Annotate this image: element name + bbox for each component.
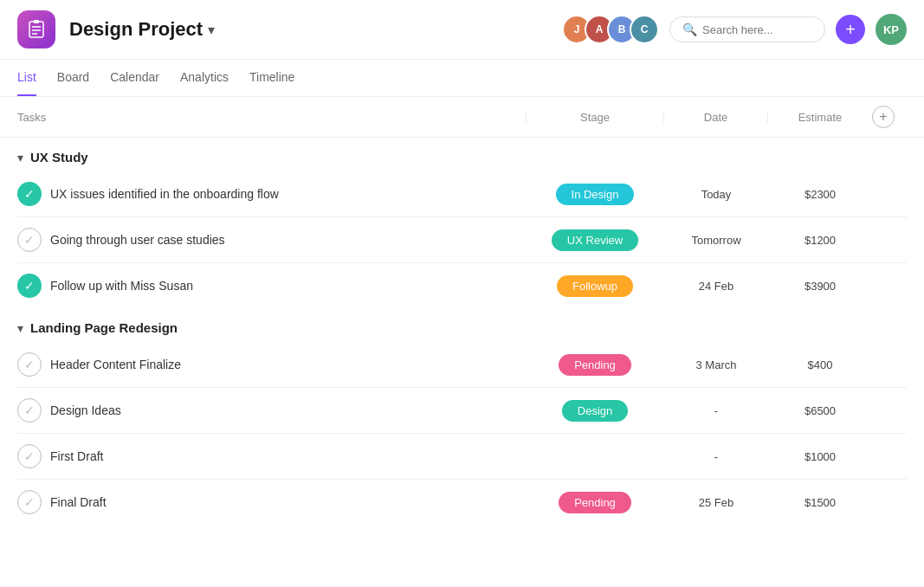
task-estimate: $1000	[768, 450, 872, 463]
table-row: ✓ Going through user case studies UX Rev…	[17, 217, 907, 263]
section-toggle-ux-study[interactable]: ▾	[17, 151, 23, 164]
section-title-landing-page-redesign: Landing Page Redesign	[30, 320, 178, 335]
app-icon	[17, 10, 55, 48]
table-row: ✓ Design Ideas Design - $6500	[17, 388, 907, 434]
stage-badge: Pending	[559, 354, 631, 376]
task-estimate: $400	[768, 358, 872, 371]
task-date: Tomorrow	[664, 234, 768, 247]
task-checkbox[interactable]: ✓	[17, 182, 42, 206]
section-header-landing-page-redesign: ▾ Landing Page Redesign	[17, 308, 907, 342]
section-ux-study: ▾ UX Study ✓ UX issues identified in the…	[0, 138, 924, 308]
check-icon: ✓	[24, 449, 35, 463]
col-header-tasks: Tasks	[17, 111, 526, 124]
svg-rect-0	[29, 22, 43, 37]
task-checkbox[interactable]: ✓	[17, 228, 42, 252]
section-title-ux-study: UX Study	[30, 150, 88, 164]
check-icon: ✓	[24, 358, 35, 371]
task-estimate: $1200	[768, 234, 872, 247]
avatar: C	[630, 15, 659, 44]
task-name: First Draft	[50, 449, 526, 463]
table-header: Tasks Stage Date Estimate +	[0, 97, 924, 138]
section-landing-page-redesign: ▾ Landing Page Redesign ✓ Header Content…	[0, 308, 924, 525]
sections-container: ▾ UX Study ✓ UX issues identified in the…	[0, 138, 924, 525]
clipboard-icon	[26, 19, 47, 40]
chevron-down-icon[interactable]: ▾	[208, 22, 215, 38]
check-icon: ✓	[24, 233, 35, 247]
col-header-estimate: Estimate	[768, 111, 872, 124]
task-checkbox[interactable]: ✓	[17, 274, 42, 298]
table-row: ✓ UX issues identified in the onboarding…	[17, 171, 907, 217]
stage-badge: Pending	[559, 492, 631, 513]
project-title-area: Design Project ▾	[69, 18, 548, 41]
task-date: 25 Feb	[664, 496, 768, 509]
check-icon: ✓	[24, 279, 35, 293]
task-date: -	[664, 404, 768, 417]
avatars-group: J A B C	[562, 15, 659, 44]
tab-board[interactable]: Board	[57, 60, 89, 96]
stage-badge: Followup	[557, 275, 633, 297]
task-estimate: $2300	[768, 188, 872, 201]
task-name: UX issues identified in the onboarding f…	[50, 187, 526, 201]
search-icon: 🔍	[682, 23, 697, 36]
check-icon: ✓	[24, 403, 35, 417]
task-checkbox[interactable]: ✓	[17, 352, 42, 377]
task-date: Today	[664, 188, 768, 201]
task-stage: Design	[526, 400, 664, 422]
svg-rect-1	[34, 20, 39, 23]
check-icon: ✓	[24, 187, 35, 201]
task-date: 3 March	[664, 358, 768, 371]
tab-timeline[interactable]: Timeline	[249, 60, 294, 96]
stage-badge: In Design	[556, 184, 635, 205]
add-column-button[interactable]: +	[872, 106, 895, 128]
task-stage: Pending	[526, 492, 664, 513]
task-estimate: $6500	[768, 404, 872, 417]
section-toggle-landing-page-redesign[interactable]: ▾	[17, 321, 23, 335]
project-title: Design Project	[69, 18, 203, 41]
search-box: 🔍	[669, 16, 825, 42]
task-checkbox[interactable]: ✓	[17, 398, 42, 423]
tab-list[interactable]: List	[17, 60, 36, 96]
task-name: Going through user case studies	[50, 233, 526, 247]
table-row: ✓ First Draft - $1000	[17, 434, 907, 480]
task-stage: In Design	[526, 184, 664, 205]
task-stage: Followup	[526, 275, 664, 297]
task-name: Follow up with Miss Susan	[50, 279, 526, 293]
check-icon: ✓	[24, 495, 35, 509]
search-input[interactable]	[702, 23, 812, 36]
task-estimate: $3900	[768, 280, 872, 293]
task-name: Header Content Finalize	[50, 358, 526, 371]
header-right: J A B C 🔍 + KP	[562, 14, 907, 45]
stage-badge: UX Review	[552, 229, 638, 251]
table-row: ✓ Follow up with Miss Susan Followup 24 …	[17, 263, 907, 308]
task-estimate: $1500	[768, 496, 872, 509]
task-stage: Pending	[526, 354, 664, 376]
table-row: ✓ Header Content Finalize Pending 3 Marc…	[17, 342, 907, 388]
section-header-ux-study: ▾ UX Study	[17, 138, 907, 171]
task-stage: UX Review	[526, 229, 664, 251]
col-header-add: +	[872, 106, 907, 128]
task-date: -	[664, 450, 768, 463]
current-user-avatar: KP	[876, 14, 907, 45]
tab-calendar[interactable]: Calendar	[110, 60, 159, 96]
tab-analytics[interactable]: Analytics	[180, 60, 229, 96]
task-name: Final Draft	[50, 495, 526, 509]
col-header-date: Date	[664, 111, 768, 124]
stage-badge: Design	[562, 400, 628, 422]
task-checkbox[interactable]: ✓	[17, 490, 42, 514]
task-date: 24 Feb	[664, 280, 768, 293]
nav-tabs: List Board Calendar Analytics Timeline	[0, 60, 924, 97]
header: Design Project ▾ J A B C 🔍 + KP	[0, 0, 924, 60]
add-button[interactable]: +	[836, 15, 865, 44]
task-checkbox[interactable]: ✓	[17, 444, 42, 468]
table-row: ✓ Final Draft Pending 25 Feb $1500	[17, 480, 907, 525]
task-name: Design Ideas	[50, 403, 526, 417]
col-header-stage: Stage	[526, 111, 664, 124]
